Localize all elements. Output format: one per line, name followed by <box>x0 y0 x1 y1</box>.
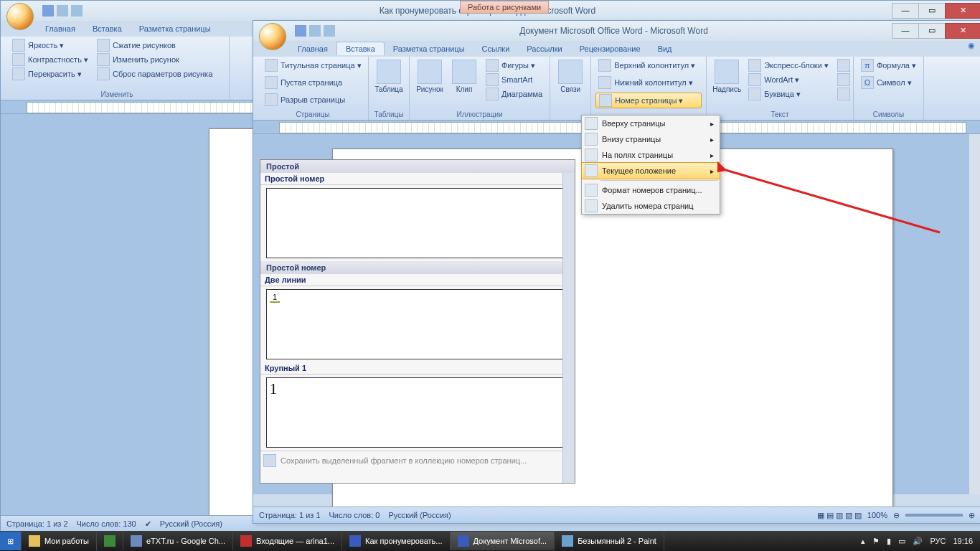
menu-bottom-of-page[interactable]: Внизу страницы▸ <box>582 131 720 147</box>
status-page[interactable]: Страница: 1 из 1 <box>259 511 321 519</box>
tab-mailings[interactable]: Рассылки <box>518 42 570 55</box>
start-button[interactable]: ⊞ <box>0 532 22 550</box>
quick-access-toolbar[interactable] <box>42 5 83 17</box>
office-button-icon[interactable] <box>259 23 286 50</box>
menu-top-of-page[interactable]: Вверху страницы▸ <box>582 116 720 131</box>
footer-button[interactable]: Нижний колонтитул ▾ <box>595 75 702 90</box>
object-button[interactable] <box>834 87 849 101</box>
tab-layout[interactable]: Разметка страницы <box>385 42 473 55</box>
tray-flag-icon[interactable]: ⚑ <box>872 537 880 546</box>
shapes-button[interactable]: Фигуры ▾ <box>483 58 545 72</box>
group-links: Связи <box>550 57 591 120</box>
links-button[interactable]: Связи <box>555 58 586 118</box>
tab-layout[interactable]: Разметка страницы <box>131 22 220 35</box>
maximize-button[interactable]: ▭ <box>918 23 946 39</box>
taskbar-item-active[interactable]: Документ Microsof... <box>451 532 555 550</box>
menu-page-margins[interactable]: На полях страницы▸ <box>582 147 720 163</box>
header-button[interactable]: Верхний колонтитул ▾ <box>595 58 702 72</box>
table-button[interactable]: Таблица <box>373 58 405 118</box>
save-icon[interactable] <box>295 25 306 37</box>
tray-chevron-icon[interactable]: ▴ <box>861 537 865 546</box>
status-words[interactable]: Число слов: 0 <box>329 511 380 519</box>
brightness-button[interactable]: Яркость ▾ <box>9 38 91 52</box>
status-page[interactable]: Страница: 1 из 2 <box>6 519 68 528</box>
taskbar-item[interactable]: Входящие — arina1... <box>233 532 342 550</box>
tab-home[interactable]: Главная <box>289 42 336 55</box>
tray-battery-icon[interactable]: ▭ <box>898 537 905 546</box>
redo-icon[interactable] <box>71 5 83 17</box>
cover-page-button[interactable]: Титульная страница ▾ <box>262 58 364 72</box>
quick-access-toolbar[interactable] <box>295 25 335 37</box>
gallery-item-plain-number[interactable] <box>266 188 569 258</box>
menu-current-position[interactable]: Текущее положение▸ <box>581 162 720 179</box>
gallery-item-two-lines[interactable]: 1 <box>266 289 569 359</box>
minimize-button[interactable]: — <box>892 23 919 39</box>
zoom-level[interactable]: 100% <box>867 511 887 519</box>
gallery-scrollbar[interactable] <box>562 173 575 483</box>
zoom-in-button[interactable]: ⊕ <box>969 511 975 520</box>
status-words[interactable]: Число слов: 130 <box>77 519 136 528</box>
zoom-slider[interactable] <box>905 514 963 517</box>
clipart-button[interactable]: Клип <box>448 58 480 118</box>
office-button-icon[interactable] <box>6 3 34 30</box>
symbol-button[interactable]: ΩСимвол ▾ <box>858 75 919 90</box>
tray-network-icon[interactable]: ▮ <box>887 537 891 546</box>
contextual-tab-picture-tools[interactable]: Работа с рисунками <box>460 1 549 14</box>
page-break-button[interactable]: Разрыв страницы <box>262 93 364 107</box>
gallery-item-label: Простой номер <box>260 173 575 185</box>
zoom-out-button[interactable]: ⊖ <box>893 511 900 520</box>
undo-icon[interactable] <box>309 25 321 37</box>
taskbar-item[interactable]: Безымянный 2 - Paint <box>555 532 664 550</box>
change-picture-button[interactable]: Изменить рисунок <box>94 52 215 67</box>
tray-clock[interactable]: 19:16 <box>953 537 973 545</box>
redo-icon[interactable] <box>324 25 335 37</box>
recolor-button[interactable]: Перекрасить ▾ <box>9 67 91 81</box>
close-button[interactable]: ✕ <box>945 23 980 39</box>
tab-view[interactable]: Вид <box>649 42 681 55</box>
blank-page-button[interactable]: Пустая страница <box>262 75 364 90</box>
proofing-icon[interactable]: ✔ <box>145 519 151 529</box>
menu-format-page-numbers[interactable]: Формат номеров страниц... <box>582 182 720 198</box>
gallery-item-label: Две линии <box>260 274 575 286</box>
help-icon[interactable]: ◉ <box>968 41 975 50</box>
tray-volume-icon[interactable]: 🔊 <box>913 537 923 546</box>
contrast-button[interactable]: Контрастность ▾ <box>9 52 91 67</box>
tab-insert[interactable]: Вставка <box>84 22 131 35</box>
gallery-footer[interactable]: Сохранить выделенный фрагмент в коллекци… <box>260 451 575 470</box>
status-language[interactable]: Русский (Россия) <box>388 511 451 519</box>
dropcap-button[interactable]: Буквица ▾ <box>745 87 831 101</box>
tab-insert[interactable]: Вставка <box>336 42 385 55</box>
close-button[interactable]: ✕ <box>945 3 980 19</box>
signature-line-button[interactable] <box>834 58 849 72</box>
gallery-item-large-1[interactable]: 1 <box>266 377 569 448</box>
smartart-button[interactable]: SmartArt <box>483 72 545 87</box>
minimize-button[interactable]: — <box>892 3 919 19</box>
contrast-icon <box>12 53 25 66</box>
tab-review[interactable]: Рецензирование <box>571 42 649 55</box>
taskbar-item[interactable] <box>97 532 123 550</box>
taskbar-item[interactable]: eTXT.ru - Google Ch... <box>123 532 233 550</box>
tab-references[interactable]: Ссылки <box>473 42 519 55</box>
menu-remove-page-numbers[interactable]: Удалить номера страниц <box>582 198 720 214</box>
compress-button[interactable]: Сжатие рисунков <box>94 38 215 52</box>
page-top-icon <box>585 117 598 130</box>
chart-button[interactable]: Диаграмма <box>483 87 545 101</box>
save-icon[interactable] <box>42 5 54 17</box>
status-language[interactable]: Русский (Россия) <box>160 519 222 528</box>
undo-icon[interactable] <box>57 5 68 17</box>
date-time-button[interactable] <box>834 72 849 87</box>
wordart-button[interactable]: WordArt ▾ <box>745 72 831 87</box>
view-buttons[interactable]: ▦ ▤ ▥ ▧ ▨ <box>817 511 862 520</box>
page-number-button[interactable]: Номер страницы ▾ <box>595 93 702 108</box>
vertical-scrollbar[interactable] <box>969 134 980 494</box>
maximize-button[interactable]: ▭ <box>918 3 946 19</box>
picture-button[interactable]: Рисунок <box>414 58 446 118</box>
tray-language[interactable]: РУС <box>930 537 946 545</box>
taskbar-item[interactable]: Как пронумеровать... <box>342 532 451 550</box>
textbox-button[interactable]: Надпись <box>711 58 743 118</box>
taskbar-item[interactable]: Мои работы <box>22 532 97 550</box>
equation-button[interactable]: πФормула ▾ <box>858 58 919 72</box>
tab-home[interactable]: Главная <box>37 22 84 35</box>
quickparts-button[interactable]: Экспресс-блоки ▾ <box>745 58 831 72</box>
reset-picture-button[interactable]: Сброс параметров рисунка <box>94 67 215 81</box>
